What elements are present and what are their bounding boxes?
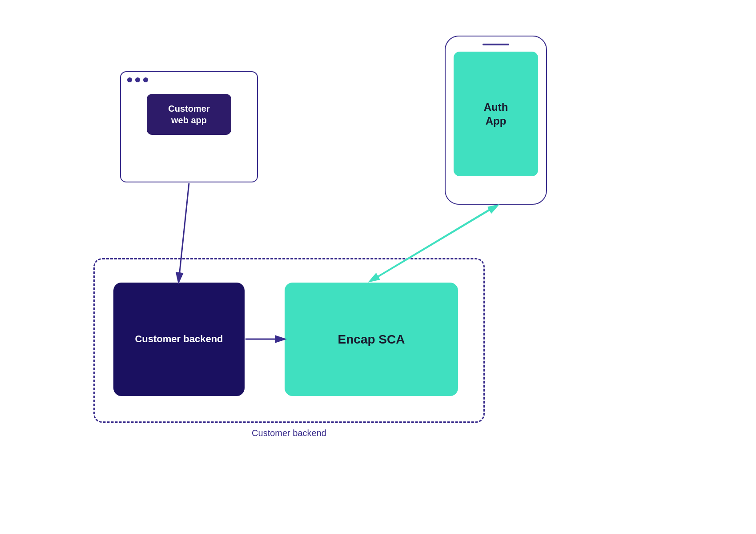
backend-zone-label: Customer backend <box>252 428 326 438</box>
customer-backend-box: Customer backend <box>113 283 245 396</box>
encap-sca-box: Encap SCA <box>285 283 458 396</box>
diagram-container: Customer web app Auth App Customer backe… <box>0 0 756 534</box>
customer-backend-box-label: Customer backend <box>135 333 223 346</box>
web-app-box: Customer web app <box>147 94 231 135</box>
web-app-label: Customer web app <box>159 103 219 126</box>
browser-dot-2 <box>135 77 140 82</box>
browser-titlebar <box>121 72 257 86</box>
phone-notch <box>483 44 509 45</box>
auth-app-label: Auth App <box>484 100 508 128</box>
browser-window: Customer web app <box>120 71 258 182</box>
phone-container: Auth App <box>445 36 547 205</box>
browser-content: Customer web app <box>121 86 257 143</box>
encap-sca-label: Encap SCA <box>338 332 405 347</box>
browser-dot-3 <box>143 77 148 82</box>
phone-screen: Auth App <box>454 52 538 176</box>
browser-dot-1 <box>127 77 132 82</box>
